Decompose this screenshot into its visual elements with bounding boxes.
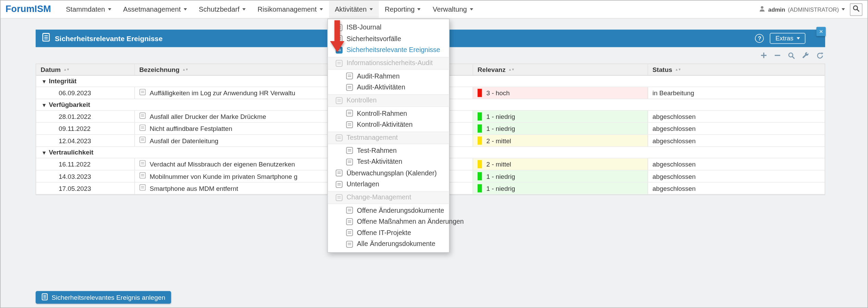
nav-right-area: admin (ADMINISTRATOR): [759, 1, 868, 18]
cell-relevanz: 3 - hoch: [473, 87, 648, 99]
add-icon[interactable]: [760, 52, 767, 59]
chevron-down-icon: [842, 8, 845, 10]
relevanz-color-block: [478, 136, 482, 145]
document-icon: [346, 241, 353, 248]
menu-item-sicherheitsrelevante-ereignisse[interactable]: Sicherheitsrelevante Ereignisse: [328, 45, 449, 56]
user-menu[interactable]: admin (ADMINISTRATOR): [759, 5, 845, 13]
cell-datum: 16.11.2022: [36, 158, 135, 170]
nav-item-reporting[interactable]: Reporting: [379, 1, 427, 18]
menu-item-label: Testmanagement: [346, 134, 398, 141]
cell-relevanz: 2 - mittel: [473, 135, 648, 147]
nav-item-assetmanagement[interactable]: Assetmanagement: [117, 1, 193, 18]
sort-icons: ▲▼: [63, 68, 69, 71]
menu-item-offene-massnahmen-an-anderungen[interactable]: Offene Maßnahmen an Änderungen: [328, 216, 449, 227]
cell-relevanz: 2 - mittel: [473, 158, 648, 170]
document-icon: [346, 110, 353, 117]
relevanz-color-block: [478, 184, 482, 193]
menu-item-label: Change-Management: [346, 194, 411, 201]
menu-item-label: Überwachungsplan (Kalender): [346, 169, 437, 177]
search-icon[interactable]: [788, 52, 795, 59]
document-icon: [139, 172, 146, 180]
menu-item-audit-rahmen[interactable]: Audit-Rahmen: [328, 71, 449, 82]
nav-item-stammdaten[interactable]: Stammdaten: [60, 1, 117, 18]
chevron-down-icon: [417, 8, 421, 10]
help-button[interactable]: ?: [755, 34, 764, 43]
column-header-status[interactable]: Status▲▼: [648, 64, 824, 75]
close-panel-button[interactable]: ×: [816, 27, 826, 36]
relevanz-color-block: [478, 112, 482, 121]
collapse-caret-icon: ▾: [43, 102, 46, 108]
chevron-down-icon: [183, 8, 187, 10]
global-search-button[interactable]: [850, 3, 863, 16]
group-label: Vertraulichkeit: [49, 149, 93, 156]
menu-item-test-rahmen[interactable]: Test-Rahmen: [328, 145, 449, 156]
refresh-icon[interactable]: [816, 52, 823, 59]
menu-item-label: Kontroll-Rahmen: [357, 110, 407, 117]
document-icon: [346, 147, 353, 154]
menu-item-unterlagen[interactable]: Unterlagen: [328, 179, 449, 190]
menu-item-kontroll-aktivitaten[interactable]: Kontroll-Aktivitäten: [328, 119, 449, 130]
menu-item-label: Audit-Aktivitäten: [357, 84, 405, 91]
menu-item-label: Audit-Rahmen: [357, 72, 400, 80]
relevanz-color-block: [478, 124, 482, 133]
column-header-relevanz[interactable]: Relevanz▲▼: [473, 64, 648, 75]
menu-item-label: Sicherheitsvorfälle: [346, 35, 401, 42]
nav-item-label: Stammdaten: [66, 5, 105, 13]
menu-item-sicherheitsvorfalle[interactable]: Sicherheitsvorfälle: [328, 33, 449, 45]
menu-item-alle-anderungsdokumente[interactable]: Alle Änderungsdokumente: [328, 238, 449, 250]
document-icon: [139, 136, 146, 145]
nav-item-schutzbedarf[interactable]: Schutzbedarf: [193, 1, 252, 18]
menu-group-change-management: Change-Management: [328, 191, 449, 204]
user-icon: [759, 5, 766, 13]
nav-item-label: Aktivitäten: [335, 5, 367, 13]
menu-item-label: Kontrollen: [346, 97, 377, 104]
nav-item-label: Risikomanagement: [258, 5, 317, 13]
section-icon: [335, 194, 343, 201]
document-icon: [346, 121, 353, 128]
nav-item-label: Reporting: [385, 5, 415, 13]
relevanz-text: 1 - niedrig: [486, 172, 515, 180]
menu-item-test-aktivitaten[interactable]: Test-Aktivitäten: [328, 156, 449, 168]
relevanz-color-block: [478, 89, 482, 97]
menu-item-isb-journal[interactable]: ISB-Journal: [328, 22, 449, 33]
menu-item-uberwachungsplan-kalender[interactable]: Überwachungsplan (Kalender): [328, 168, 449, 179]
menu-group-kontrollen: Kontrollen: [328, 94, 449, 107]
bezeichnung-text: Mobilnummer von Kunde im privaten Smartp…: [150, 172, 297, 180]
menu-item-audit-aktivitaten[interactable]: Audit-Aktivitäten: [328, 82, 449, 93]
menu-item-label: Offene Änderungsdokumente: [357, 207, 444, 214]
cell-status: abgeschlossen: [648, 123, 824, 134]
document-icon: [335, 181, 343, 188]
user-name: admin: [768, 6, 785, 13]
menu-item-label: Unterlagen: [346, 181, 379, 188]
nav-item-risikomanagement[interactable]: Risikomanagement: [252, 1, 329, 18]
nav-item-verwaltung[interactable]: Verwaltung: [427, 1, 479, 18]
extras-button[interactable]: Extras: [770, 33, 805, 44]
section-icon: [335, 97, 343, 104]
cell-relevanz: 1 - niedrig: [473, 171, 648, 182]
user-role: (ADMINISTRATOR): [788, 6, 839, 13]
menu-item-label: Test-Aktivitäten: [357, 158, 402, 165]
menu-item-label: Informationssicherheits-Audit: [346, 59, 432, 67]
document-icon: [346, 229, 353, 236]
cell-relevanz: 1 - niedrig: [473, 123, 648, 134]
red-arrow-head: [330, 41, 344, 52]
menu-item-offene-it-projekte[interactable]: Offene IT-Projekte: [328, 227, 449, 238]
nav-item-label: Verwaltung: [433, 5, 467, 13]
chevron-down-icon: [242, 8, 246, 10]
sort-icons: ▲▼: [508, 68, 514, 71]
remove-icon[interactable]: [774, 52, 781, 59]
document-icon: [139, 112, 146, 121]
app-logo[interactable]: ForumISM: [1, 1, 60, 18]
nav-item-aktivitaten[interactable]: Aktivitäten: [329, 1, 379, 18]
menu-item-kontroll-rahmen[interactable]: Kontroll-Rahmen: [328, 108, 449, 119]
menu-item-offene-anderungsdokumente[interactable]: Offene Änderungsdokumente: [328, 205, 449, 216]
relevanz-text: 2 - mittel: [486, 160, 511, 168]
column-header-datum[interactable]: Datum▲▼: [36, 64, 135, 75]
bezeichnung-text: Verdacht auf Missbrauch der eigenen Benu…: [150, 160, 295, 168]
nav-item-label: Schutzbedarf: [199, 5, 240, 13]
cell-relevanz: 1 - niedrig: [473, 183, 648, 194]
configure-icon[interactable]: [802, 52, 809, 59]
cell-datum: 17.05.2023: [36, 183, 135, 194]
column-label: Datum: [40, 66, 61, 73]
create-event-button[interactable]: Sicherheitsrelevantes Ereignis anlegen: [36, 291, 171, 304]
